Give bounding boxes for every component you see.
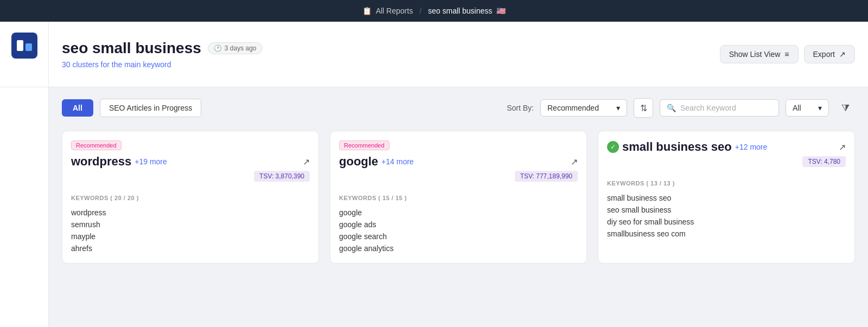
keyword-item: ahrefs: [71, 242, 310, 254]
svg-rect-0: [11, 33, 37, 59]
header-wrapper: seo small business 🕐 3 days ago 30 clust…: [0, 22, 868, 87]
recommended-badge: Recommended: [339, 140, 390, 150]
breadcrumb-separator: /: [419, 7, 422, 15]
card-title-with-check: wordpress+19 more: [71, 155, 167, 169]
keyword-item: google search: [339, 230, 578, 242]
expand-icon[interactable]: ↗: [571, 157, 578, 167]
sidebar-strip: [0, 87, 49, 327]
card-title-more: +14 more: [381, 157, 414, 166]
app-logo: [11, 33, 37, 59]
content-area: All SEO Articles in Progress Sort By: Re…: [49, 87, 868, 327]
keyword-item: diy seo for small business: [607, 216, 846, 228]
card-title-row: google+14 more↗: [339, 155, 578, 169]
search-placeholder: Search Keyword: [680, 104, 736, 112]
keyword-item: seo small business: [607, 204, 846, 216]
chevron-down-icon: ▾: [616, 104, 620, 112]
tab-in-progress-button[interactable]: SEO Articles in Progress: [100, 99, 201, 117]
page-title-text: seo small business: [62, 40, 201, 57]
report-name: seo small business: [428, 7, 492, 15]
cluster-card: Recommendedgoogle+14 more↗ TSV: 777,189,…: [330, 131, 587, 264]
header-actions: Show List View ≡ Export ↗: [720, 45, 855, 63]
card-title-more: +19 more: [135, 157, 167, 166]
tsv-row: TSV: 3,870,390: [71, 171, 310, 188]
time-badge-text: 3 days ago: [225, 44, 257, 52]
filter-icon-button[interactable]: ⧩: [835, 98, 855, 118]
expand-icon[interactable]: ↗: [839, 142, 846, 152]
sort-by-label: Sort By:: [507, 104, 534, 112]
keyword-item: mayple: [71, 230, 310, 242]
sort-dropdown[interactable]: Recommended ▾: [540, 99, 627, 117]
expand-icon[interactable]: ↗: [303, 157, 310, 167]
keyword-item: wordpress: [71, 207, 310, 219]
filter-chevron-down-icon: ▾: [818, 104, 822, 112]
header-content: seo small business 🕐 3 days ago 30 clust…: [49, 22, 868, 87]
card-title: wordpress: [71, 155, 131, 169]
filter-all-dropdown[interactable]: All ▾: [786, 99, 829, 117]
top-nav-bar: 📋 All Reports / seo small business 🇺🇸: [0, 0, 868, 22]
filter-bar: All SEO Articles in Progress Sort By: Re…: [62, 98, 855, 118]
export-button[interactable]: Export ↗: [804, 45, 855, 63]
flag-icon: 🇺🇸: [496, 7, 506, 15]
keyword-item: google ads: [339, 219, 578, 230]
clipboard-icon: 📋: [362, 7, 372, 15]
search-icon: 🔍: [667, 104, 676, 112]
tsv-badge: TSV: 777,189,990: [515, 171, 578, 182]
all-reports-link[interactable]: All Reports: [376, 7, 413, 15]
cards-grid: Recommendedwordpress+19 more↗ TSV: 3,870…: [62, 131, 855, 264]
keyword-item: small business seo: [607, 192, 846, 204]
sort-option-text: Recommended: [547, 104, 599, 112]
keyword-item: google: [339, 207, 578, 219]
svg-rect-1: [17, 40, 23, 51]
keywords-header: KEYWORDS ( 13 / 13 ): [607, 180, 846, 187]
main-wrapper: All SEO Articles in Progress Sort By: Re…: [0, 87, 868, 327]
card-title-with-check: google+14 more: [339, 155, 414, 169]
list-icon: ≡: [784, 50, 789, 59]
cluster-card: Recommendedwordpress+19 more↗ TSV: 3,870…: [62, 131, 319, 264]
show-list-view-label: Show List View: [729, 50, 781, 59]
clusters-subtitle: 30 clusters for the main keyword: [62, 60, 263, 69]
tsv-row: TSV: 777,189,990: [339, 171, 578, 188]
funnel-icon: ⧩: [841, 102, 850, 114]
filter-all-text: All: [793, 104, 801, 112]
cluster-card: ✓small business seo+12 more↗ TSV: 4,780 …: [598, 131, 855, 264]
tab-all-button[interactable]: All: [62, 99, 93, 117]
recommended-badge: Recommended: [71, 140, 122, 150]
logo-sidebar: [0, 22, 49, 87]
keywords-header: KEYWORDS ( 15 / 15 ): [339, 195, 578, 201]
card-title-more: +12 more: [735, 143, 768, 151]
card-title-row: wordpress+19 more↗: [71, 155, 310, 169]
check-icon: ✓: [607, 141, 619, 153]
search-box[interactable]: 🔍 Search Keyword: [660, 99, 779, 117]
show-list-view-button[interactable]: Show List View ≡: [720, 45, 799, 63]
tsv-badge: TSV: 4,780: [802, 156, 846, 167]
card-title: google: [339, 155, 378, 169]
export-icon: ↗: [839, 50, 846, 59]
time-badge: 🕐 3 days ago: [208, 42, 263, 54]
keyword-item: semrush: [71, 219, 310, 230]
svg-rect-2: [25, 43, 32, 51]
keywords-header: KEYWORDS ( 20 / 20 ): [71, 195, 310, 201]
card-title-with-check: ✓small business seo+12 more: [607, 140, 767, 154]
tsv-row: TSV: 4,780: [607, 156, 846, 174]
sort-order-icon: ⇅: [640, 103, 647, 113]
keyword-item: google analytics: [339, 242, 578, 254]
clock-icon: 🕐: [214, 44, 222, 52]
export-label: Export: [813, 50, 835, 59]
keyword-item: smallbusiness seo com: [607, 228, 846, 240]
header-left: seo small business 🕐 3 days ago 30 clust…: [62, 40, 263, 69]
tsv-badge: TSV: 3,870,390: [254, 171, 310, 182]
card-title-row: ✓small business seo+12 more↗: [607, 140, 846, 154]
page-title: seo small business 🕐 3 days ago: [62, 40, 263, 57]
card-title: small business seo: [622, 140, 732, 154]
sort-order-button[interactable]: ⇅: [634, 98, 653, 118]
